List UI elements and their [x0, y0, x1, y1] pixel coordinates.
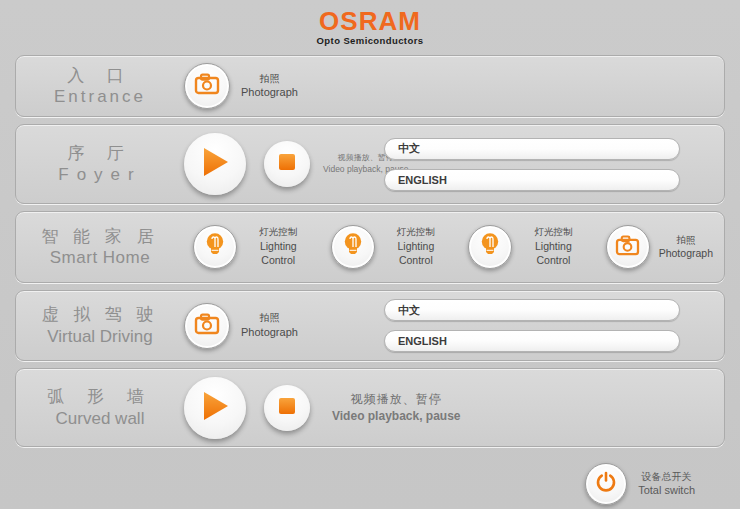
lighting-label-3: 灯光控制 Lighting Control — [521, 226, 586, 267]
total-switch-label-en: Total switch — [638, 483, 695, 498]
foyer-lang-chinese[interactable]: 中文 — [384, 138, 680, 160]
smart-home-photograph-button[interactable] — [606, 225, 650, 269]
lighting-group-2: 灯光控制 Lighting Control — [331, 225, 460, 269]
stop-icon — [278, 397, 296, 419]
lighting-label-zh: 灯光控制 — [521, 226, 586, 239]
entrance-photograph-button[interactable] — [184, 63, 230, 109]
panel-entrance: 入 口 Entrance 拍照 Photograph — [15, 55, 725, 117]
lighting-label-1: 灯光控制 Lighting Control — [246, 226, 311, 267]
lighting-control-button-2[interactable] — [331, 225, 375, 269]
stop-icon — [278, 153, 296, 175]
lighting-label-zh: 灯光控制 — [246, 226, 311, 239]
foyer-controls: 视频播放、暂停 Video playback, pause — [184, 133, 408, 195]
curved-wall-title: 弧 形 墙 Curved wall — [16, 386, 184, 429]
virtual-driving-language-buttons: 中文 ENGLISH — [384, 291, 680, 360]
total-switch-label: 设备总开关 Total switch — [638, 470, 695, 498]
curved-wall-controls: 视频播放、暂停 Video playback, pause — [184, 377, 461, 439]
bulb-icon — [341, 232, 365, 262]
osram-logo: OSRAM — [0, 8, 740, 34]
total-switch-group: 设备总开关 Total switch — [585, 463, 695, 505]
panel-curved-wall: 弧 形 墙 Curved wall 视频播放、暂停 Video playback… — [15, 368, 725, 447]
virtual-driving-title-zh: 虚 拟 驾 驶 — [16, 304, 184, 325]
panel-foyer: 序 厅 Foyer 视频播放、暂停 Video playback, pause … — [15, 124, 725, 204]
foyer-stop-button[interactable] — [264, 141, 310, 187]
bulb-icon — [203, 232, 227, 262]
lighting-label-en: Lighting Control — [384, 239, 449, 267]
play-icon — [200, 390, 230, 426]
play-icon — [200, 146, 230, 182]
photo-label-zh: 拍照 — [241, 311, 298, 325]
smart-home-title-zh: 智 能 家 居 — [16, 226, 184, 247]
lighting-label-en: Lighting Control — [521, 239, 586, 267]
foyer-title-zh: 序 厅 — [16, 143, 184, 164]
lighting-label-zh: 灯光控制 — [384, 226, 449, 239]
photo-label-en: Photograph — [241, 85, 298, 100]
panel-smart-home: 智 能 家 居 Smart Home 灯光控制 Lighting Control — [15, 211, 725, 283]
total-switch-label-zh: 设备总开关 — [638, 470, 695, 484]
entrance-title-zh: 入 口 — [16, 65, 184, 86]
panel-virtual-driving: 虚 拟 驾 驶 Virtual Driving 拍照 Photograph 中文… — [15, 290, 725, 361]
foyer-play-button[interactable] — [184, 133, 246, 195]
video-label-en: Video playback, pause — [332, 408, 461, 425]
curved-wall-title-zh: 弧 形 墙 — [16, 386, 184, 407]
header: OSRAM Opto Semiconductors — [0, 0, 740, 55]
entrance-title: 入 口 Entrance — [16, 65, 184, 108]
photo-label-en: Photograph — [659, 246, 713, 260]
smart-home-title-en: Smart Home — [16, 247, 184, 268]
footer: 设备总开关 Total switch — [0, 454, 740, 505]
entrance-photo-label: 拍照 Photograph — [241, 72, 298, 100]
curved-wall-video-label: 视频播放、暂停 Video playback, pause — [332, 391, 461, 425]
camera-icon — [615, 235, 640, 260]
curved-wall-title-en: Curved wall — [16, 408, 184, 429]
lighting-label-en: Lighting Control — [246, 239, 311, 267]
lighting-group-1: 灯光控制 Lighting Control — [193, 225, 322, 269]
smart-home-photo-group: 拍照 Photograph — [606, 225, 724, 269]
virtual-driving-title-en: Virtual Driving — [16, 326, 184, 347]
camera-icon — [194, 73, 220, 99]
virtual-driving-photo-label: 拍照 Photograph — [241, 311, 298, 339]
foyer-title: 序 厅 Foyer — [16, 143, 184, 186]
curved-wall-play-button[interactable] — [184, 377, 246, 439]
virtual-driving-photo-group: 拍照 Photograph — [184, 303, 298, 349]
foyer-lang-english[interactable]: ENGLISH — [384, 169, 680, 191]
virtual-driving-photograph-button[interactable] — [184, 303, 230, 349]
total-switch-button[interactable] — [585, 463, 627, 505]
power-icon — [595, 471, 617, 497]
virtual-driving-lang-chinese[interactable]: 中文 — [384, 299, 680, 321]
entrance-title-en: Entrance — [16, 86, 184, 107]
photo-label-en: Photograph — [241, 325, 298, 340]
lighting-label-2: 灯光控制 Lighting Control — [384, 226, 449, 267]
virtual-driving-title: 虚 拟 驾 驶 Virtual Driving — [16, 304, 184, 347]
lighting-group-3: 灯光控制 Lighting Control — [468, 225, 597, 269]
lighting-control-button-3[interactable] — [468, 225, 512, 269]
bulb-icon — [478, 232, 502, 262]
virtual-driving-lang-english[interactable]: ENGLISH — [384, 330, 680, 352]
camera-icon — [194, 313, 220, 339]
photo-label-zh: 拍照 — [659, 234, 713, 247]
foyer-title-en: Foyer — [16, 164, 184, 185]
smart-home-title: 智 能 家 居 Smart Home — [16, 226, 184, 269]
photo-label-zh: 拍照 — [241, 72, 298, 86]
curved-wall-stop-button[interactable] — [264, 385, 310, 431]
entrance-photo-group: 拍照 Photograph — [184, 63, 298, 109]
lighting-control-button-1[interactable] — [193, 225, 237, 269]
logo-subtitle: Opto Semiconductors — [0, 35, 740, 46]
video-label-zh: 视频播放、暂停 — [332, 391, 461, 408]
smart-home-photo-label: 拍照 Photograph — [659, 234, 713, 261]
foyer-language-buttons: 中文 ENGLISH — [384, 125, 680, 203]
smart-home-controls: 灯光控制 Lighting Control 灯光控制 Lighting Cont… — [184, 225, 724, 269]
